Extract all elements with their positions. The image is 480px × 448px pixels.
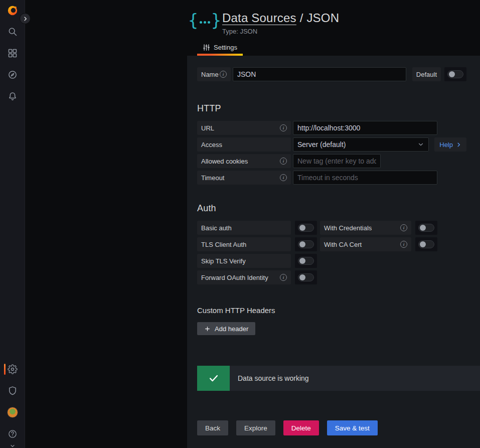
info-icon[interactable]: i [400,241,407,248]
grafana-app: { } Data Sources / JSON Type: JSON [0,0,480,448]
user-avatar [7,407,18,418]
auth-section-heading: Auth [197,203,466,214]
sidebar-item-alerting[interactable] [0,89,25,104]
breadcrumb-current: JSON [306,11,339,25]
auth-row-4: Forward OAuth Identity i [197,270,466,284]
default-label: Default [412,67,441,81]
sidebar-item-help[interactable] [0,426,25,441]
tab-bar: Settings [187,44,480,56]
sidebar-item-server-admin[interactable] [0,383,25,398]
alert-message: Data source is working [230,366,480,391]
sidebar-item-search[interactable] [0,24,25,39]
sidebar-item-dashboards[interactable] [0,46,25,61]
plus-icon [204,326,211,332]
access-label: Access [197,137,291,152]
with-credentials-toggle[interactable] [415,221,437,235]
dashboards-grid-icon [8,48,18,58]
back-button[interactable]: Back [197,420,228,435]
auth-row-3: Skip TLS Verify [197,254,466,268]
chevron-down-icon [10,443,16,448]
compass-icon [8,70,18,80]
skip-tls-verify-label: Skip TLS Verify [197,254,291,268]
breadcrumb-link-data-sources[interactable]: Data Sources [222,11,296,25]
info-icon[interactable]: i [280,158,287,165]
allowed-cookies-label: Allowed cookies i [197,154,291,168]
name-label: Name i [197,67,231,81]
url-label: URL i [197,121,291,135]
timeout-input[interactable] [293,171,437,185]
page-subtitle: Type: JSON [222,28,339,35]
grafana-logo-icon [7,5,18,16]
help-button[interactable]: Help [434,137,466,152]
sidebar-item-profile[interactable] [0,405,25,420]
json-datasource-icon: { } [194,10,215,30]
info-icon[interactable]: i [280,274,287,281]
page-title: Data Sources / JSON [222,11,339,25]
info-icon[interactable]: i [280,174,287,181]
info-icon[interactable]: i [280,124,287,131]
toggle-switch-off [447,70,463,78]
allowed-cookies-row: Allowed cookies i [197,154,466,168]
url-input[interactable] [293,121,437,135]
auth-row-1: Basic auth With Credentials i [197,221,466,235]
settings-panel: Name i Default HTTP URL i [187,56,480,448]
default-toggle[interactable] [444,67,466,81]
timeout-row: Timeout i [197,171,466,185]
delete-button[interactable]: Delete [283,420,319,435]
url-row: URL i [197,121,466,135]
page-header: { } Data Sources / JSON Type: JSON [187,0,480,35]
explore-button[interactable]: Explore [236,420,275,435]
breadcrumb-separator: / [296,11,307,25]
allowed-cookies-input[interactable] [293,154,381,168]
with-ca-cert-toggle[interactable] [415,237,437,251]
main-area: { } Data Sources / JSON Type: JSON [25,0,480,448]
gear-icon [8,364,18,374]
tls-client-auth-toggle[interactable] [295,237,317,251]
save-test-button[interactable]: Save & test [327,420,378,435]
tab-settings[interactable]: Settings [197,44,243,56]
name-row: Name i Default [197,67,466,81]
tls-client-auth-label: TLS Client Auth [197,237,291,251]
access-select-value: Server (default) [297,140,346,148]
timeout-label: Timeout i [197,171,291,185]
with-credentials-label: With Credentials i [320,221,411,235]
shield-icon [8,386,18,396]
with-ca-cert-label: With CA Cert i [320,237,411,251]
sidebar-item-configuration[interactable] [0,362,25,377]
basic-auth-label: Basic auth [197,221,291,235]
tab-settings-label: Settings [214,44,237,51]
success-alert: Data source is working [197,366,480,391]
sliders-icon [203,44,210,51]
sidebar [0,0,25,448]
sidebar-item-explore[interactable] [0,67,25,82]
sidebar-expand-button[interactable] [20,13,31,24]
http-section-heading: HTTP [197,103,466,114]
sidebar-bottom [0,355,25,448]
forward-oauth-identity-label: Forward OAuth Identity i [197,270,291,284]
basic-auth-toggle[interactable] [295,221,317,235]
info-icon[interactable]: i [220,71,227,78]
skip-tls-verify-toggle[interactable] [295,254,317,268]
check-icon [197,366,230,391]
help-icon [8,429,18,439]
info-icon[interactable]: i [400,224,407,231]
bell-icon [8,91,18,101]
forward-oauth-identity-toggle[interactable] [295,270,317,284]
footer-actions: Back Explore Delete Save & test [197,420,466,435]
chevron-right-icon [23,16,28,22]
auth-row-2: TLS Client Auth With CA Cert i [197,237,466,251]
chevron-right-icon [456,142,461,147]
access-row: Access Server (default) Help [197,137,466,152]
custom-http-headers-heading: Custom HTTP Headers [197,306,466,315]
add-header-button[interactable]: Add header [197,322,255,335]
access-select[interactable]: Server (default) [293,137,429,152]
search-icon [8,27,18,37]
name-input[interactable] [233,67,406,81]
chevron-down-icon [417,141,424,148]
